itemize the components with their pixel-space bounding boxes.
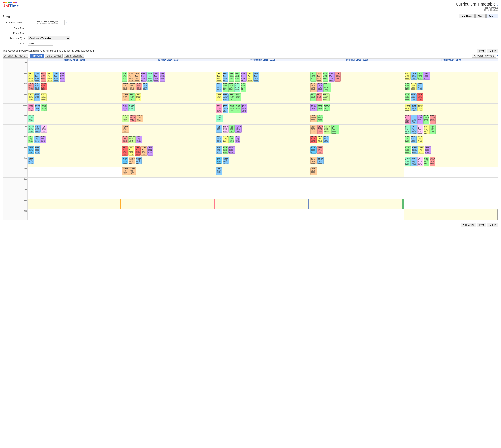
event-chip[interactable]: ENGL3:30p08/27/EDUC xyxy=(411,157,417,166)
event-chip[interactable]: COM 11:30p08/24/EDUC xyxy=(122,125,129,133)
event-chip[interactable]: ENGL11:30a08/27/EDUC xyxy=(411,114,417,124)
event-chip[interactable]: C S 1012:30p08/25/EDUC xyxy=(216,114,223,122)
session-prev-arrow[interactable]: « xyxy=(28,21,30,24)
event-chip[interactable]: BIOL1:30p08/25/EDUC xyxy=(229,125,235,133)
event-chip[interactable]: BIOL11:30a08/26/EDUC xyxy=(317,104,323,112)
event-chip[interactable]: CHM 111:30a08/25/EDUC xyxy=(242,104,247,113)
event-chip[interactable]: CALC10:30a08/27/EDUC xyxy=(417,104,423,112)
event-chip[interactable]: BIOL 11:30p08/27/EDUC xyxy=(405,146,411,154)
event-chip[interactable]: BAND3:30p08/26/EDUC xyxy=(310,146,317,154)
event-chip[interactable]: BIOL 101:30p08/26/EDUC xyxy=(331,125,339,135)
room-filter-dropdown-icon[interactable]: ▼ xyxy=(97,32,99,34)
event-chip[interactable]: BIOL9:30a08/25/EDUC xyxy=(223,83,228,92)
event-chip[interactable]: PSY 11:30p08/25/EDUC xyxy=(223,125,229,133)
event-chip[interactable]: BIOL10:30a08/24/EDUC xyxy=(129,93,135,101)
event-chip[interactable]: COM 19:00a08/26/EDUC xyxy=(310,83,317,92)
event-chip[interactable]: ENGL2:30p08/27/EDUC xyxy=(412,146,418,154)
event-chip[interactable]: CALC3:00p08/24/EDUC xyxy=(128,146,134,156)
event-chip[interactable]: ENGL9:30a08/27/EDUC xyxy=(417,83,423,90)
event-chip[interactable]: BIOL7:30a08/26/EDUC xyxy=(310,72,316,82)
event-chip[interactable]: BIOL7:30a08/24/EDUC xyxy=(122,72,128,82)
event-chip[interactable]: BIOL7:30a08/26/EDUC xyxy=(323,72,328,82)
event-chip[interactable]: ENGR3:00p08/24/EDUC xyxy=(135,146,141,156)
event-chip[interactable]: ENGL8:30a08/25/EDUC xyxy=(254,72,259,82)
event-chip[interactable]: BIOL10:30a08/25/EDUC xyxy=(229,93,235,101)
tab-list-of-events[interactable]: List of Events xyxy=(45,54,63,58)
event-chip[interactable]: BIOL2:30p08/25/EDUC xyxy=(229,136,235,143)
event-chip[interactable]: C S 101:30p08/27/EDUC xyxy=(405,125,411,135)
session-next-arrow[interactable]: » xyxy=(65,21,68,24)
resource-type-select[interactable]: Curriculum Timetable xyxy=(28,36,70,40)
room-filter-input[interactable] xyxy=(28,31,95,35)
event-chip[interactable]: COM 14:00p08/24/EDUC xyxy=(129,157,135,164)
event-chip[interactable]: PSY 13:30p08/27/EDUC xyxy=(417,157,423,166)
print-button[interactable]: Print xyxy=(477,49,486,53)
event-chip[interactable]: COM 13:30p08/24/EDUC xyxy=(141,146,147,156)
event-chip[interactable]: CALC10:30a08/27/EDUC xyxy=(405,104,411,112)
event-chip[interactable]: C S 109:30a08/25/EDUC xyxy=(234,83,240,92)
event-chip[interactable]: BIOL8:30a08/27/EDUC xyxy=(405,83,410,90)
event-chip[interactable]: ENGL4:00p08/26/EDUC xyxy=(317,157,323,164)
event-chip[interactable]: ENGL1:30p08/23/EDUC xyxy=(35,125,41,133)
event-chip[interactable]: COM 19:00a08/24/EDUC xyxy=(129,83,136,90)
event-chip[interactable]: BAND3:30p08/25/EDUC xyxy=(216,157,222,164)
event-chip[interactable]: ENGL4:30p08/23/EDUC xyxy=(28,157,34,164)
event-chip[interactable]: ENGL10:30a08/23/EDUC xyxy=(34,93,40,101)
event-chip[interactable]: PHYS9:30a08/23/EDUC xyxy=(28,83,34,90)
event-chip[interactable]: BIOL4:30p08/27/EDUC xyxy=(424,157,429,166)
event-chip[interactable]: CALC8:30a08/23/EDUC xyxy=(47,72,53,82)
event-chip[interactable]: COM 112:30p08/26/EDUC xyxy=(310,114,317,122)
event-chip[interactable]: ENGL11:30a08/25/EDUC xyxy=(223,104,228,113)
event-chip[interactable]: PHYS3:30p08/26/EDUC xyxy=(317,146,323,154)
event-chip[interactable]: CALC7:30a08/23/EDUC xyxy=(28,72,34,82)
event-chip[interactable]: COM 19:00a08/24/EDUC xyxy=(122,83,129,90)
event-chip[interactable]: ENGL11:30a08/23/EDUC xyxy=(34,104,40,112)
event-filter-input[interactable] xyxy=(28,26,95,30)
event-chip[interactable]: ENGL10:30a08/27/EDUC xyxy=(411,104,417,112)
event-chip[interactable]: ENGL8:30a08/23/EDUC xyxy=(53,72,59,82)
help-icon[interactable]: ? xyxy=(497,3,499,6)
event-chip[interactable]: PHYS4:30p08/27/EDUC xyxy=(430,157,436,166)
event-chip[interactable]: ENGL9:30a08/24/EDUC xyxy=(143,83,148,90)
event-chip[interactable]: CALC2:30p08/26/EDUC xyxy=(317,136,323,143)
event-chip[interactable]: BIOL9:30a08/25/EDUC xyxy=(241,83,246,92)
event-chip[interactable]: CALC1:30p08/27/EDUC xyxy=(424,125,430,135)
event-chip[interactable]: ENGL7:30a08/25/EDUC xyxy=(223,72,228,82)
event-chip[interactable]: ENGL3:30p08/23/EDUC xyxy=(34,146,40,154)
event-chip[interactable]: BIOL9:30a08/27/EDUC xyxy=(405,93,410,101)
event-chip[interactable]: CALC8:30a08/25/EDUC xyxy=(247,72,253,82)
event-chip[interactable]: ECON11:30a08/25/EDUC xyxy=(216,104,222,113)
event-chip[interactable]: ENGL8:30a08/25/EDUC xyxy=(216,83,222,92)
event-chip[interactable]: BIOL1:30p08/27/EDUC xyxy=(430,125,436,135)
event-chip[interactable]: BIOL11:30a08/25/EDUC xyxy=(229,104,235,113)
event-chip[interactable]: BIOL9:30a08/26/EDUC xyxy=(310,93,316,101)
event-chip[interactable]: POL 101:30p08/26/EDUC xyxy=(324,125,331,135)
event-chip[interactable]: ECON11:30a08/23/EDUC xyxy=(28,104,34,112)
event-chip[interactable]: COM 15:00p08/24/EDUC xyxy=(122,167,129,175)
event-chip[interactable]: ENGL2:30p08/23/EDUC xyxy=(34,136,40,143)
event-chip[interactable]: BIOL11:30a08/27/EDUC xyxy=(423,114,429,124)
event-chip[interactable]: ENGL10:30a08/25/EDUC xyxy=(223,93,228,101)
event-chip[interactable]: CALC10:30a08/23/EDUC xyxy=(28,93,34,101)
event-chip[interactable]: BIOL 109:30a08/26/EDUC xyxy=(323,83,331,92)
event-chip[interactable]: CALC10:30a08/23/EDUC xyxy=(41,93,47,101)
event-chip[interactable]: ENGL3:30p08/25/EDUC xyxy=(216,146,222,154)
event-chip[interactable]: ENGR2:30p08/24/EDUC xyxy=(122,146,128,156)
event-chip[interactable]: COM 15:00p08/24/EDUC xyxy=(129,167,136,175)
event-chip[interactable]: ENGR9:30a08/23/EDUC xyxy=(41,83,47,90)
event-filter-dropdown-icon[interactable]: ▼ xyxy=(97,27,99,30)
event-chip[interactable]: COM 110:30a08/24/EDUC xyxy=(122,93,129,101)
event-chip[interactable]: COM 11:30p08/26/EDUC xyxy=(310,125,317,135)
event-chip[interactable]: CHM8:30a08/23/EDUC xyxy=(60,72,65,82)
event-chip[interactable]: ENGR2:30p08/26/EDUC xyxy=(310,136,317,143)
event-chip[interactable]: ENGR9:30a08/27/EDUC xyxy=(417,93,423,101)
event-chip[interactable]: PHYS2:30p08/24/EDUC xyxy=(122,136,128,143)
event-chip[interactable]: CHM 107:30a08/26/EDUC xyxy=(329,72,335,82)
event-chip[interactable]: CHM 17:30a08/24/EDUC xyxy=(153,72,159,82)
event-chip[interactable]: BIOL7:30a08/27/EDUC xyxy=(417,72,423,80)
event-chip[interactable]: ENGL7:30a08/27/EDUC xyxy=(411,72,417,80)
event-chip[interactable]: CHM 17:30a08/27/EDUC xyxy=(423,72,430,80)
export-button[interactable]: Export xyxy=(487,49,499,53)
event-chip[interactable]: CHM2:30p08/23/EDUC xyxy=(40,136,46,143)
tab-list-of-meetings[interactable]: List of Meetings xyxy=(64,54,84,58)
